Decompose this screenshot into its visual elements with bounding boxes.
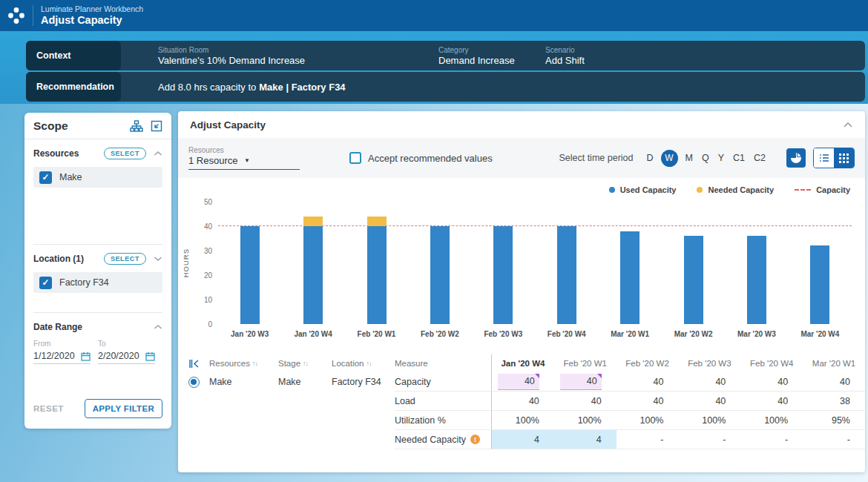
value-cell[interactable]: 40 bbox=[554, 372, 617, 392]
chevron-up-icon[interactable] bbox=[154, 324, 162, 330]
collapse-columns-icon bbox=[188, 359, 200, 369]
date-to-value[interactable]: 2/20/2020 bbox=[98, 351, 145, 361]
chart-plot bbox=[218, 202, 852, 324]
collapse-columns-button[interactable] bbox=[178, 354, 209, 372]
value-cell: 100% bbox=[617, 411, 679, 430]
hierarchy-icon[interactable] bbox=[130, 120, 143, 132]
grid-view-button[interactable] bbox=[834, 148, 854, 168]
editable-value-field[interactable]: 40 bbox=[498, 374, 539, 390]
bar-group[interactable] bbox=[789, 202, 852, 324]
chevron-down-icon[interactable] bbox=[154, 256, 162, 262]
period-column-header[interactable]: Feb '20 W1 bbox=[554, 354, 617, 372]
sort-icon[interactable]: ↑↓ bbox=[303, 360, 308, 367]
bar-group[interactable] bbox=[598, 202, 661, 324]
expand-icon[interactable] bbox=[151, 120, 162, 132]
bar-group[interactable] bbox=[345, 202, 408, 324]
time-period-m[interactable]: M bbox=[685, 153, 693, 163]
used-capacity-bar bbox=[430, 226, 450, 324]
bar-group[interactable] bbox=[535, 202, 598, 324]
app-logo[interactable] bbox=[0, 6, 33, 25]
app-header: Luminate Planner Workbench Adjust Capaci… bbox=[0, 0, 868, 31]
checkbox-checked-icon[interactable]: ✓ bbox=[39, 277, 52, 289]
period-column-header[interactable]: Feb '20 W4 bbox=[740, 354, 803, 372]
row-resources-cell bbox=[209, 392, 278, 411]
column-header-stage[interactable]: Stage↑↓ bbox=[278, 354, 332, 372]
value-cell[interactable]: 40 bbox=[491, 372, 554, 392]
resources-section: Resources SELECT ✓ Make bbox=[24, 139, 171, 235]
sort-icon[interactable]: ↑↓ bbox=[366, 360, 371, 367]
y-axis: 01020304050 bbox=[193, 202, 218, 324]
bar-group[interactable] bbox=[281, 202, 344, 324]
y-tick-label: 20 bbox=[204, 271, 212, 280]
calendar-icon[interactable] bbox=[81, 351, 91, 361]
calendar-icon[interactable] bbox=[145, 351, 155, 361]
measure-cell: Capacity bbox=[395, 372, 491, 392]
time-period-d[interactable]: D bbox=[647, 153, 654, 163]
value-cell: 40 bbox=[678, 372, 740, 392]
stage-value: Make bbox=[278, 377, 301, 387]
period-column-header[interactable]: Mar '20 W1 bbox=[803, 354, 865, 372]
period-column-header[interactable]: Feb '20 W2 bbox=[617, 354, 679, 372]
apply-filter-button[interactable]: APPLY FILTER bbox=[85, 399, 162, 418]
time-period-c2[interactable]: C2 bbox=[754, 153, 766, 163]
resource-item-make[interactable]: ✓ Make bbox=[33, 167, 162, 188]
bar-group[interactable] bbox=[725, 202, 788, 324]
bar-group[interactable] bbox=[662, 202, 725, 324]
row-location-cell bbox=[332, 430, 395, 449]
checkbox-checked-icon[interactable]: ✓ bbox=[39, 171, 52, 184]
date-from-value[interactable]: 1/12/2020 bbox=[33, 351, 81, 361]
value-cell: 40 bbox=[803, 372, 865, 392]
location-select-button[interactable]: SELECT bbox=[104, 253, 146, 265]
row-stage-cell: Make bbox=[278, 372, 332, 392]
radio-selected-icon[interactable] bbox=[188, 377, 200, 388]
date-from-label: From bbox=[33, 340, 91, 348]
sort-icon[interactable]: ↑↓ bbox=[252, 360, 257, 367]
accept-recommended-checkbox[interactable] bbox=[349, 152, 361, 164]
bar-group[interactable] bbox=[218, 202, 281, 324]
list-view-button[interactable] bbox=[814, 148, 834, 168]
used-capacity-bar bbox=[240, 226, 260, 324]
x-tick-label: Feb '20 W3 bbox=[472, 330, 535, 338]
value-cell: 40 bbox=[554, 392, 617, 411]
resources-dropdown[interactable]: Resources 1 Resource ▼ bbox=[188, 146, 300, 170]
time-period-w[interactable]: W bbox=[661, 150, 678, 167]
x-tick-label: Feb '20 W1 bbox=[345, 330, 408, 338]
resources-select-button[interactable]: SELECT bbox=[104, 148, 146, 159]
view-toggle-group bbox=[813, 148, 855, 168]
row-resources-cell: Make bbox=[209, 372, 278, 392]
time-period-q[interactable]: Q bbox=[702, 153, 709, 163]
period-column-header[interactable]: Feb '20 W3 bbox=[678, 354, 740, 372]
reset-button[interactable]: RESET bbox=[33, 404, 64, 413]
chevron-up-icon[interactable] bbox=[154, 151, 162, 156]
location-item-factory-f34[interactable]: ✓ Factory F34 bbox=[33, 272, 162, 293]
time-period-c1[interactable]: C1 bbox=[733, 153, 745, 163]
accept-recommended-label: Accept recommended values bbox=[368, 153, 493, 164]
pie-chart-icon bbox=[790, 152, 802, 164]
period-column-header[interactable]: Jan '20 W4 bbox=[491, 354, 554, 372]
date-from-field[interactable]: From 1/12/2020 bbox=[33, 340, 91, 364]
column-header-resources[interactable]: Resources↑↓ bbox=[209, 354, 278, 372]
recommendation-text: Add 8.0 hrs capacity to Make | Factory F… bbox=[158, 72, 346, 102]
pie-chart-view-button[interactable] bbox=[786, 148, 806, 168]
measure-cell: Needed Capacity! bbox=[395, 430, 491, 449]
legend-label: Capacity bbox=[816, 185, 850, 194]
app-name: Luminate Planner Workbench bbox=[41, 4, 143, 14]
list-view-icon bbox=[819, 153, 829, 162]
editable-value-field[interactable]: 40 bbox=[560, 374, 602, 390]
date-to-field[interactable]: To 2/20/2020 bbox=[98, 340, 155, 364]
bar-group[interactable] bbox=[472, 202, 535, 324]
category-label: Category bbox=[438, 45, 515, 55]
measure-label: Load bbox=[395, 396, 415, 406]
resources-dropdown-label: Resources bbox=[188, 146, 300, 155]
location-item-label: Factory F34 bbox=[59, 277, 109, 288]
bar-group[interactable] bbox=[408, 202, 471, 324]
collapse-panel-chevron-up-icon[interactable] bbox=[843, 122, 853, 128]
time-period-y[interactable]: Y bbox=[718, 153, 724, 163]
measure-label: Utilization % bbox=[395, 415, 446, 426]
bars-container bbox=[218, 202, 852, 324]
row-location-cell bbox=[332, 392, 395, 411]
column-header-location[interactable]: Location↑↓ bbox=[332, 354, 395, 372]
recommendation-prefix: Add 8.0 hrs capacity to bbox=[158, 82, 256, 93]
needed-capacity-bar bbox=[367, 217, 387, 226]
x-tick-label: Mar '20 W4 bbox=[789, 330, 852, 338]
